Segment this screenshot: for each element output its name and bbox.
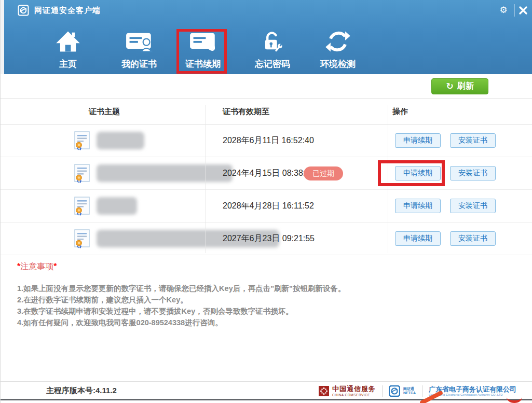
settings-gear-icon[interactable]: ⚙ — [496, 5, 511, 16]
china-comservice-sub: CHINA COMSERVICE — [332, 393, 376, 397]
certificate-document-icon — [73, 229, 91, 248]
refresh-label: 刷新 — [457, 81, 474, 92]
expiry-date: 2027年6月23日 09:21:55 — [223, 233, 315, 244]
nav-item-certificate-renewal[interactable]: 证书续期 — [174, 27, 231, 73]
apply-renewal-button[interactable]: 申请续期 — [395, 199, 441, 213]
netca-logo: 网证通 NETCA — [389, 385, 416, 397]
install-certificate-button[interactable]: 安装证书 — [450, 166, 496, 180]
footer-separator — [382, 385, 383, 397]
footer-logos: 中国通信服务 CHINA COMSERVICE 网证通 NETCA 广东省电子商… — [319, 384, 516, 398]
expiry-date: 2028年4月28日 16:11:52 — [223, 201, 314, 212]
column-divider — [206, 105, 206, 253]
column-divider — [388, 105, 388, 253]
cycle-arrows-icon — [309, 27, 366, 56]
netca-name-cn: 网证通 — [403, 387, 416, 391]
app-window: 网证通安全客户端 ⚙ 主页 — [0, 0, 532, 403]
titlebar: 网证通安全客户端 ⚙ — [4, 0, 532, 21]
window-bottom-edge — [1, 399, 532, 400]
nav-label: 环境检测 — [309, 58, 366, 70]
footer: 主程序版本号:4.11.2 中国通信服务 CHINA COMSERVICE — [1, 381, 532, 399]
column-header-actions: 操作 — [392, 107, 408, 117]
window-edge — [1, 0, 4, 74]
notes-star: * — [53, 262, 57, 271]
nav-label: 主页 — [39, 58, 97, 70]
column-header-subject: 证书主题 — [63, 107, 146, 117]
install-certificate-button[interactable]: 安装证书 — [450, 133, 496, 148]
notes-section: *注意事项* 1.如果上面没有显示您要更新的数字证书，请确保您已经插入Key后，… — [17, 261, 505, 328]
apply-renewal-button[interactable]: 申请续期 — [395, 231, 441, 246]
apply-renewal-button[interactable]: 申请续期 — [395, 133, 441, 148]
version-text: 主程序版本号:4.11.2 — [46, 386, 117, 396]
netca-icon — [389, 385, 400, 397]
netca-name-en: NETCA — [403, 391, 416, 395]
certificate-card-person-icon — [111, 27, 168, 56]
close-icon[interactable] — [516, 4, 530, 17]
blurred-certificate-subject — [97, 164, 233, 182]
column-header-expiry: 证书有效期至 — [223, 107, 269, 117]
install-certificate-button[interactable]: 安装证书 — [450, 231, 496, 246]
nav-item-environment-check[interactable]: 环境检测 — [309, 27, 366, 73]
certificate-paperclip-icon — [174, 27, 231, 56]
expiry-date: 2028年6月11日 16:52:40 — [223, 135, 314, 146]
nav-label: 证书续期 — [174, 58, 231, 70]
china-comservice-name: 中国通信服务 — [332, 385, 376, 393]
table-row: 2028年6月11日 16:52:40 申请续期 安装证书 — [1, 124, 532, 157]
certificate-document-icon — [73, 163, 91, 183]
expiry-date: 2024年4月15日 08:38:08 — [223, 168, 315, 179]
refresh-button[interactable]: ↻ 刷新 — [431, 78, 488, 94]
table-row: 2028年4月28日 16:11:52 申请续期 安装证书 — [1, 190, 532, 223]
home-icon — [39, 27, 97, 56]
blurred-certificate-subject — [97, 132, 144, 149]
footer-separator — [422, 385, 422, 397]
nav-item-home[interactable]: 主页 — [39, 27, 97, 73]
refresh-icon: ↻ — [446, 82, 453, 91]
table-row: 2027年6月23日 09:21:55 申请续期 安装证书 — [1, 223, 532, 255]
certificate-document-icon — [73, 196, 91, 216]
table-header: 证书主题 证书有效期至 操作 — [1, 99, 532, 124]
annotation-mark — [507, 397, 522, 403]
certificate-document-icon — [73, 131, 91, 150]
note-item: 4.如有任何疑问，欢迎致电我司客服020-89524338进行咨询。 — [17, 317, 505, 328]
table-row: 2024年4月15日 08:38:08 已过期 申请续期 安装证书 — [1, 157, 532, 190]
install-certificate-button[interactable]: 安装证书 — [450, 199, 496, 213]
notes-title: *注意事项* — [17, 261, 505, 272]
nav-label: 忘记密码 — [244, 58, 301, 70]
china-comservice-icon — [319, 386, 329, 396]
blurred-certificate-subject — [97, 197, 137, 215]
window-title: 网证通安全客户端 — [34, 6, 101, 16]
notes-title-text: 注意事项 — [20, 262, 53, 271]
toolbar: ↻ 刷新 — [1, 74, 532, 99]
app-logo-icon — [18, 5, 29, 16]
apply-renewal-button[interactable]: 申请续期 — [395, 166, 441, 180]
nav-item-my-certificates[interactable]: 我的证书 — [111, 27, 168, 73]
titlebar-divider — [514, 4, 515, 17]
note-item: 2.在进行数字证书续期前，建议您只插入一个Key。 — [17, 294, 505, 305]
note-item: 3.在数字证书续期申请和安装过程中，请不要插拔Key，否则会导致数字证书损坏。 — [17, 305, 505, 317]
lock-wrench-icon — [244, 27, 301, 56]
china-comservice-logo: 中国通信服务 CHINA COMSERVICE — [319, 385, 376, 396]
nav-label: 我的证书 — [111, 58, 168, 70]
nav-item-forgot-password[interactable]: 忘记密码 — [244, 27, 301, 73]
expired-status-badge: 已过期 — [304, 166, 343, 180]
note-item: 1.如果上面没有显示您要更新的数字证书，请确保您已经插入Key后，再点击"刷新"… — [17, 283, 505, 294]
